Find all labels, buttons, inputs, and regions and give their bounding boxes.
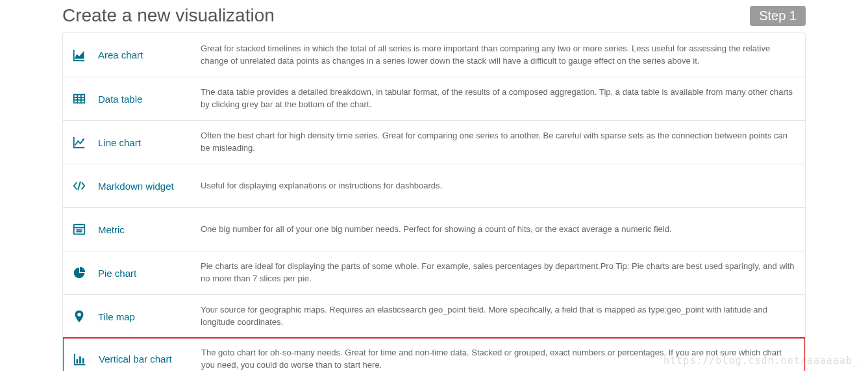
vis-option-markdown[interactable]: Markdown widget Useful for displaying ex… bbox=[63, 164, 805, 207]
bar-chart-icon bbox=[73, 352, 99, 366]
pie-chart-icon bbox=[72, 266, 98, 280]
metric-icon bbox=[72, 222, 98, 237]
vis-option-label: Line chart bbox=[98, 137, 201, 148]
vis-option-description: Great for stacked timelines in which the… bbox=[201, 43, 796, 68]
vis-option-tile-map[interactable]: Tile map Your source for geographic maps… bbox=[63, 294, 805, 338]
map-marker-icon bbox=[72, 309, 98, 324]
vis-option-label: Pie chart bbox=[98, 268, 201, 279]
vis-option-label: Tile map bbox=[98, 311, 201, 322]
vis-option-label: Markdown widget bbox=[98, 181, 201, 192]
vis-option-label: Vertical bar chart bbox=[99, 353, 201, 365]
vis-option-description: One big number for all of your one big n… bbox=[201, 224, 796, 236]
data-table-icon bbox=[72, 92, 98, 106]
page-title: Create a new visualization bbox=[62, 5, 275, 26]
svg-rect-0 bbox=[74, 95, 85, 103]
step-badge: Step 1 bbox=[750, 6, 806, 26]
area-chart-icon bbox=[72, 48, 98, 62]
vis-option-vertical-bar-chart[interactable]: Vertical bar chart The goto chart for oh… bbox=[62, 337, 806, 371]
vis-option-label: Data table bbox=[98, 94, 201, 105]
vis-option-description: The data table provides a detailed break… bbox=[201, 86, 796, 111]
vis-option-description: Often the best chart for high density ti… bbox=[201, 130, 796, 155]
vis-option-description: The goto chart for oh-so-many needs. Gre… bbox=[201, 347, 795, 371]
page-header: Create a new visualization Step 1 bbox=[62, 5, 806, 26]
vis-option-label: Metric bbox=[98, 224, 201, 235]
line-chart-icon bbox=[72, 135, 98, 149]
vis-option-data-table[interactable]: Data table The data table provides a det… bbox=[63, 77, 805, 120]
vis-option-metric[interactable]: Metric One big number for all of your on… bbox=[63, 207, 805, 251]
vis-option-label: Area chart bbox=[98, 49, 201, 60]
vis-option-description: Pie charts are ideal for displaying the … bbox=[201, 261, 796, 285]
vis-option-line-chart[interactable]: Line chart Often the best chart for high… bbox=[63, 120, 805, 164]
visualization-type-list: Area chart Great for stacked timelines i… bbox=[62, 32, 806, 371]
vis-option-description: Useful for displaying explanations or in… bbox=[201, 180, 796, 192]
vis-option-description: Your source for geographic maps. Require… bbox=[201, 304, 796, 329]
vis-option-pie-chart[interactable]: Pie chart Pie charts are ideal for displ… bbox=[63, 251, 805, 294]
markdown-icon bbox=[72, 179, 98, 193]
vis-option-area-chart[interactable]: Area chart Great for stacked timelines i… bbox=[63, 33, 805, 77]
